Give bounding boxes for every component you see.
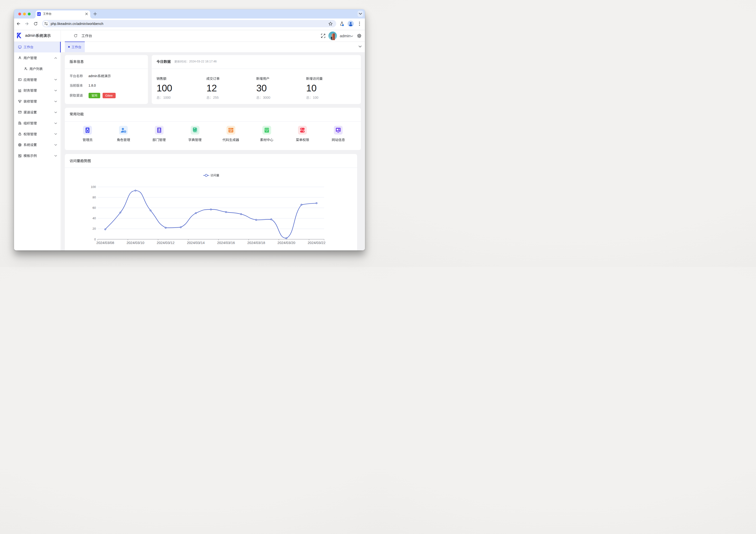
svg-text:2024/03/10: 2024/03/10: [126, 240, 144, 245]
svg-text:80: 80: [93, 196, 96, 199]
svg-text:40: 40: [93, 216, 96, 220]
svg-text:20: 20: [93, 227, 96, 230]
svg-text:2024/03/16: 2024/03/16: [217, 240, 235, 245]
svg-text:2024/03/14: 2024/03/14: [187, 240, 205, 245]
svg-text:2024/03/22: 2024/03/22: [308, 240, 326, 245]
svg-text:2024/03/18: 2024/03/18: [247, 240, 265, 245]
svg-text:2024/03/20: 2024/03/20: [278, 240, 295, 245]
svg-text:2024/03/08: 2024/03/08: [96, 240, 114, 245]
svg-text:0: 0: [94, 237, 96, 241]
svg-text:2024/03/12: 2024/03/12: [157, 240, 175, 245]
svg-text:60: 60: [93, 206, 96, 210]
svg-text:100: 100: [91, 185, 96, 189]
